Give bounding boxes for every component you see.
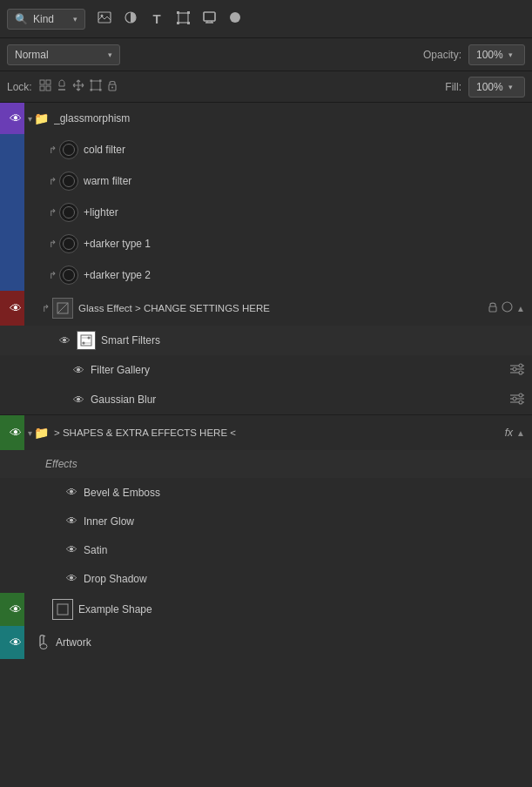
lock-transform-icon[interactable]: [90, 79, 102, 94]
folder-icon-shapes: 📁: [34, 426, 49, 440]
lock-all-icon[interactable]: [107, 79, 118, 94]
visibility-eye-shapes[interactable]: 👁: [3, 417, 28, 448]
fill-dropdown[interactable]: 100% ▾: [468, 77, 525, 98]
layer-gaussian-blur[interactable]: 👁 Gaussian Blur: [0, 385, 532, 414]
blend-mode-value: Normal: [15, 49, 49, 61]
layer-shapes-group[interactable]: 👁 ▾ 📁 > SHAPES & EXTRA EFFECTS HERE < fx…: [0, 415, 532, 450]
layer-example-shape[interactable]: 👁 Example Shape: [0, 593, 532, 626]
layer-bevel-emboss[interactable]: 👁 Bevel & Emboss: [0, 478, 532, 507]
image-icon[interactable]: [96, 11, 113, 26]
svg-rect-22: [90, 89, 92, 91]
thumb-example-shape: [52, 599, 73, 620]
layer-name-inner-glow: Inner Glow: [84, 515, 529, 528]
svg-rect-21: [99, 80, 102, 83]
visibility-eye-artwork[interactable]: 👁: [3, 627, 28, 658]
lock-pixels-icon[interactable]: [39, 79, 51, 94]
blend-mode-row: Normal ▾ Opacity: 100% ▾: [0, 38, 532, 71]
lock-row: Lock: Fill: 100% ▾: [0, 71, 532, 103]
layer-effects-header: Effects: [0, 450, 532, 478]
layer-name-lighter: +lighter: [84, 206, 529, 219]
fill-chevron: ▾: [508, 83, 513, 91]
link-icon-darker-2: ↱: [49, 270, 57, 281]
fill-label: Fill:: [445, 81, 461, 93]
link-icon-lighter: ↱: [49, 207, 57, 219]
visibility-eye-filter-gallery[interactable]: 👁: [66, 354, 91, 386]
circle-half-icon[interactable]: [122, 11, 139, 26]
layer-name-example-shape: Example Shape: [78, 603, 529, 615]
svg-rect-15: [46, 80, 51, 84]
visibility-eye-cold-filter[interactable]: 👁: [3, 134, 28, 165]
layer-darker-2[interactable]: 👁 ↱ +darker type 2: [0, 259, 532, 291]
main-toolbar: 🔍 Kind ▾ T: [0, 0, 532, 38]
kind-dropdown[interactable]: 🔍 Kind ▾: [7, 9, 85, 30]
lock-icon-glass: [488, 301, 498, 315]
svg-rect-7: [187, 22, 190, 24]
kind-chevron: ▾: [73, 15, 77, 24]
layer-inner-glow[interactable]: 👁 Inner Glow: [0, 507, 532, 535]
layer-filter-gallery[interactable]: 👁 Filter Gallery: [0, 355, 532, 385]
visibility-eye-satin[interactable]: 👁: [59, 535, 84, 566]
layer-name-warm-filter: warm filter: [84, 175, 529, 187]
transform-icon[interactable]: [174, 11, 192, 27]
visibility-eye-lighter[interactable]: 👁: [3, 197, 28, 228]
svg-rect-8: [204, 12, 215, 21]
lock-paint-icon[interactable]: [57, 79, 67, 94]
layer-darker-1[interactable]: 👁 ↱ +darker type 1: [0, 228, 532, 259]
visibility-eye-darker-1[interactable]: 👁: [3, 228, 28, 259]
layer-artwork[interactable]: 👁 Artwork: [0, 626, 532, 659]
visibility-eye-smart-filters[interactable]: 👁: [52, 325, 77, 356]
svg-rect-16: [40, 86, 44, 91]
layer-name-drop-shadow: Drop Shadow: [84, 573, 529, 585]
folder-icon-glassmorphism: 📁: [34, 111, 49, 125]
visibility-eye-glass-effect[interactable]: 👁: [3, 293, 28, 324]
stamp-icon[interactable]: [200, 11, 218, 27]
layer-glass-effect-group[interactable]: 👁 ↱ Glass Effect > CHANGE SETTINGS HERE …: [0, 291, 532, 326]
svg-point-13: [230, 12, 240, 23]
svg-point-38: [519, 364, 522, 367]
svg-line-27: [57, 303, 68, 313]
svg-rect-23: [99, 89, 102, 91]
layer-name-bevel-emboss: Bevel & Emboss: [84, 487, 529, 499]
lock-move-icon[interactable]: [72, 79, 84, 94]
visibility-eye-glassmorphism[interactable]: 👁: [3, 103, 28, 134]
group-arrow-glassmorphism[interactable]: ▾: [28, 114, 32, 124]
circle-solid-icon[interactable]: [226, 11, 244, 26]
visibility-eye-gaussian-blur[interactable]: 👁: [66, 384, 91, 415]
collapse-icon-shapes[interactable]: ▲: [516, 428, 525, 438]
visibility-eye-drop-shadow[interactable]: 👁: [59, 563, 84, 595]
layer-warm-filter[interactable]: 👁 ↱ warm filter: [0, 165, 532, 197]
svg-rect-3: [178, 13, 188, 23]
visibility-eye-darker-2[interactable]: 👁: [3, 259, 28, 291]
visibility-eye-inner-glow[interactable]: 👁: [59, 506, 84, 537]
layer-smart-filters[interactable]: 👁 Smart Filters: [0, 326, 532, 355]
visibility-eye-warm-filter[interactable]: 👁: [3, 165, 28, 197]
svg-point-48: [40, 643, 47, 649]
layer-name-gaussian-blur: Gaussian Blur: [91, 394, 509, 406]
svg-rect-47: [57, 604, 68, 615]
visibility-eye-example-shape[interactable]: 👁: [3, 594, 28, 625]
svg-rect-28: [489, 306, 496, 312]
text-icon[interactable]: T: [148, 11, 165, 26]
filter-sliders-icon-gallery: [509, 363, 525, 378]
layer-name-glassmorphism: _glassmorphism: [54, 112, 529, 124]
opacity-value: 100%: [476, 49, 503, 61]
fill-value: 100%: [476, 81, 503, 93]
layer-drop-shadow[interactable]: 👁 Drop Shadow: [0, 564, 532, 593]
link-icon-glass-effect: ↱: [42, 303, 50, 314]
layer-cold-filter[interactable]: 👁 ↱ cold filter: [0, 134, 532, 165]
visibility-eye-bevel[interactable]: 👁: [59, 477, 84, 508]
opacity-label: Opacity:: [423, 49, 461, 61]
svg-point-46: [519, 400, 522, 404]
svg-point-45: [513, 397, 516, 400]
opacity-dropdown[interactable]: 100% ▾: [468, 44, 525, 65]
layer-satin[interactable]: 👁 Satin: [0, 535, 532, 564]
group-arrow-shapes[interactable]: ▾: [28, 428, 32, 438]
layer-name-smart-filters: Smart Filters: [101, 334, 529, 346]
collapse-icon-glass[interactable]: ▲: [516, 304, 525, 313]
layer-glassmorphism-group[interactable]: 👁 ▾ 📁 _glassmorphism: [0, 103, 532, 134]
blend-mode-dropdown[interactable]: Normal ▾: [7, 44, 120, 65]
svg-rect-17: [46, 86, 51, 91]
layer-lighter[interactable]: 👁 ↱ +lighter: [0, 197, 532, 228]
thumb-glass-effect: [52, 298, 73, 319]
thumb-smart-filters: [77, 331, 96, 350]
